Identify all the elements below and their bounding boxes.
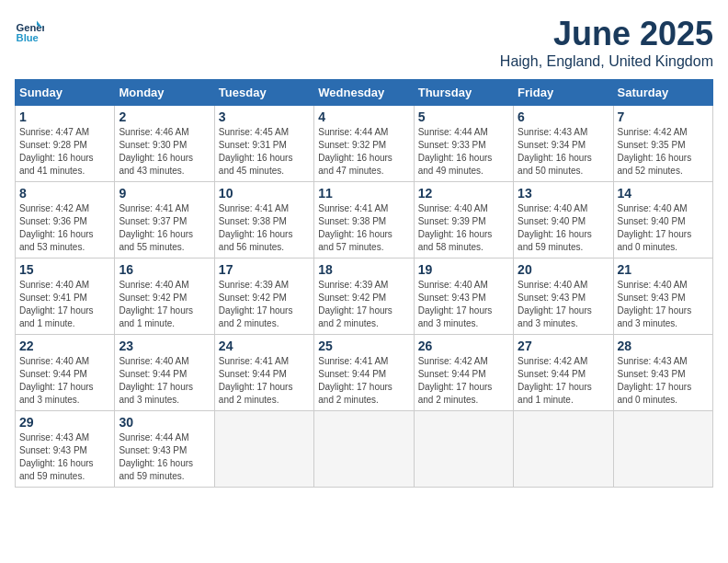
calendar-cell: 13Sunrise: 4:40 AMSunset: 9:40 PMDayligh…: [514, 182, 613, 259]
calendar-cell: 17Sunrise: 4:39 AMSunset: 9:42 PMDayligh…: [214, 259, 313, 335]
day-number: 4: [318, 109, 409, 124]
day-detail: Sunrise: 4:40 AMSunset: 9:39 PMDaylight:…: [418, 202, 509, 254]
col-saturday: Saturday: [613, 80, 712, 106]
day-detail: Sunrise: 4:40 AMSunset: 9:43 PMDaylight:…: [518, 279, 609, 330]
calendar-cell: 30Sunrise: 4:44 AMSunset: 9:43 PMDayligh…: [115, 411, 214, 488]
calendar-week-1: 1Sunrise: 4:47 AMSunset: 9:28 PMDaylight…: [16, 106, 713, 182]
day-detail: Sunrise: 4:40 AMSunset: 9:40 PMDaylight:…: [518, 202, 609, 254]
day-detail: Sunrise: 4:41 AMSunset: 9:44 PMDaylight:…: [219, 355, 310, 407]
col-wednesday: Wednesday: [314, 80, 414, 106]
day-detail: Sunrise: 4:40 AMSunset: 9:42 PMDaylight:…: [119, 279, 210, 330]
day-detail: Sunrise: 4:43 AMSunset: 9:43 PMDaylight:…: [618, 355, 709, 407]
day-detail: Sunrise: 4:41 AMSunset: 9:44 PMDaylight:…: [318, 355, 409, 407]
day-number: 23: [119, 339, 210, 353]
day-number: 21: [618, 262, 709, 277]
calendar-table: Sunday Monday Tuesday Wednesday Thursday…: [15, 79, 713, 488]
day-number: 10: [219, 186, 310, 201]
day-number: 20: [518, 262, 609, 277]
day-number: 14: [618, 186, 709, 201]
day-detail: Sunrise: 4:42 AMSunset: 9:44 PMDaylight:…: [518, 355, 609, 407]
day-detail: Sunrise: 4:44 AMSunset: 9:32 PMDaylight:…: [318, 126, 409, 178]
col-thursday: Thursday: [414, 80, 513, 106]
day-detail: Sunrise: 4:47 AMSunset: 9:28 PMDaylight:…: [19, 126, 110, 178]
calendar-cell: 22Sunrise: 4:40 AMSunset: 9:44 PMDayligh…: [16, 335, 115, 411]
day-number: 9: [119, 186, 210, 201]
day-number: 25: [318, 339, 409, 353]
calendar-cell: 9Sunrise: 4:41 AMSunset: 9:37 PMDaylight…: [115, 182, 214, 259]
day-detail: Sunrise: 4:44 AMSunset: 9:43 PMDaylight:…: [119, 431, 210, 483]
calendar-cell: [613, 411, 712, 488]
day-detail: Sunrise: 4:43 AMSunset: 9:34 PMDaylight:…: [518, 126, 609, 178]
day-number: 2: [119, 109, 210, 124]
calendar-cell: 20Sunrise: 4:40 AMSunset: 9:43 PMDayligh…: [514, 259, 613, 335]
day-detail: Sunrise: 4:40 AMSunset: 9:43 PMDaylight:…: [418, 279, 509, 330]
calendar-cell: 10Sunrise: 4:41 AMSunset: 9:38 PMDayligh…: [214, 182, 313, 259]
day-detail: Sunrise: 4:44 AMSunset: 9:33 PMDaylight:…: [418, 126, 509, 178]
day-detail: Sunrise: 4:42 AMSunset: 9:35 PMDaylight:…: [618, 126, 709, 178]
day-number: 26: [418, 339, 509, 353]
day-number: 28: [618, 339, 709, 353]
logo-icon: General Blue: [15, 15, 44, 44]
day-detail: Sunrise: 4:40 AMSunset: 9:44 PMDaylight:…: [19, 355, 110, 407]
col-sunday: Sunday: [16, 80, 115, 106]
calendar-cell: 8Sunrise: 4:42 AMSunset: 9:36 PMDaylight…: [16, 182, 115, 259]
day-detail: Sunrise: 4:46 AMSunset: 9:30 PMDaylight:…: [119, 126, 210, 178]
day-number: 18: [318, 262, 409, 277]
day-number: 6: [518, 109, 609, 124]
day-number: 19: [418, 262, 509, 277]
day-number: 22: [19, 339, 110, 353]
svg-text:General: General: [17, 22, 44, 33]
day-detail: Sunrise: 4:40 AMSunset: 9:41 PMDaylight:…: [19, 279, 110, 330]
day-detail: Sunrise: 4:39 AMSunset: 9:42 PMDaylight:…: [219, 279, 310, 330]
calendar-cell: 4Sunrise: 4:44 AMSunset: 9:32 PMDaylight…: [314, 106, 414, 182]
calendar-week-3: 15Sunrise: 4:40 AMSunset: 9:41 PMDayligh…: [16, 259, 713, 335]
calendar-cell: [414, 411, 513, 488]
day-detail: Sunrise: 4:45 AMSunset: 9:31 PMDaylight:…: [219, 126, 310, 178]
day-number: 8: [19, 186, 110, 201]
day-number: 3: [219, 109, 310, 124]
day-number: 27: [518, 339, 609, 353]
day-number: 7: [618, 109, 709, 124]
day-detail: Sunrise: 4:39 AMSunset: 9:42 PMDaylight:…: [318, 279, 409, 330]
calendar-cell: 15Sunrise: 4:40 AMSunset: 9:41 PMDayligh…: [16, 259, 115, 335]
calendar-cell: 25Sunrise: 4:41 AMSunset: 9:44 PMDayligh…: [314, 335, 414, 411]
day-number: 30: [119, 415, 210, 430]
calendar-cell: 6Sunrise: 4:43 AMSunset: 9:34 PMDaylight…: [514, 106, 613, 182]
calendar-cell: 5Sunrise: 4:44 AMSunset: 9:33 PMDaylight…: [414, 106, 513, 182]
day-number: 15: [19, 262, 110, 277]
calendar-cell: 14Sunrise: 4:40 AMSunset: 9:40 PMDayligh…: [613, 182, 712, 259]
day-detail: Sunrise: 4:40 AMSunset: 9:44 PMDaylight:…: [119, 355, 210, 407]
day-detail: Sunrise: 4:41 AMSunset: 9:38 PMDaylight:…: [318, 202, 409, 254]
title-area: June 2025 Haigh, England, United Kingdom: [500, 15, 713, 70]
calendar-cell: 21Sunrise: 4:40 AMSunset: 9:43 PMDayligh…: [613, 259, 712, 335]
logo: General Blue: [15, 15, 44, 44]
calendar-week-2: 8Sunrise: 4:42 AMSunset: 9:36 PMDaylight…: [16, 182, 713, 259]
calendar-cell: 19Sunrise: 4:40 AMSunset: 9:43 PMDayligh…: [414, 259, 513, 335]
calendar-cell: 27Sunrise: 4:42 AMSunset: 9:44 PMDayligh…: [514, 335, 613, 411]
day-detail: Sunrise: 4:42 AMSunset: 9:44 PMDaylight:…: [418, 355, 509, 407]
svg-text:Blue: Blue: [17, 32, 39, 43]
calendar-cell: [314, 411, 414, 488]
calendar-cell: 7Sunrise: 4:42 AMSunset: 9:35 PMDaylight…: [613, 106, 712, 182]
col-tuesday: Tuesday: [214, 80, 313, 106]
col-friday: Friday: [514, 80, 613, 106]
day-detail: Sunrise: 4:43 AMSunset: 9:43 PMDaylight:…: [19, 431, 110, 483]
calendar-cell: 11Sunrise: 4:41 AMSunset: 9:38 PMDayligh…: [314, 182, 414, 259]
day-number: 16: [119, 262, 210, 277]
calendar-week-4: 22Sunrise: 4:40 AMSunset: 9:44 PMDayligh…: [16, 335, 713, 411]
calendar-cell: 29Sunrise: 4:43 AMSunset: 9:43 PMDayligh…: [16, 411, 115, 488]
day-number: 5: [418, 109, 509, 124]
day-number: 1: [19, 109, 110, 124]
calendar-cell: 3Sunrise: 4:45 AMSunset: 9:31 PMDaylight…: [214, 106, 313, 182]
calendar-cell: 16Sunrise: 4:40 AMSunset: 9:42 PMDayligh…: [115, 259, 214, 335]
day-number: 12: [418, 186, 509, 201]
calendar-week-5: 29Sunrise: 4:43 AMSunset: 9:43 PMDayligh…: [16, 411, 713, 488]
header: General Blue June 2025 Haigh, England, U…: [15, 15, 713, 70]
day-detail: Sunrise: 4:40 AMSunset: 9:40 PMDaylight:…: [618, 202, 709, 254]
day-number: 11: [318, 186, 409, 201]
day-number: 13: [518, 186, 609, 201]
calendar-cell: 26Sunrise: 4:42 AMSunset: 9:44 PMDayligh…: [414, 335, 513, 411]
calendar-cell: 18Sunrise: 4:39 AMSunset: 9:42 PMDayligh…: [314, 259, 414, 335]
day-detail: Sunrise: 4:41 AMSunset: 9:37 PMDaylight:…: [119, 202, 210, 254]
col-monday: Monday: [115, 80, 214, 106]
